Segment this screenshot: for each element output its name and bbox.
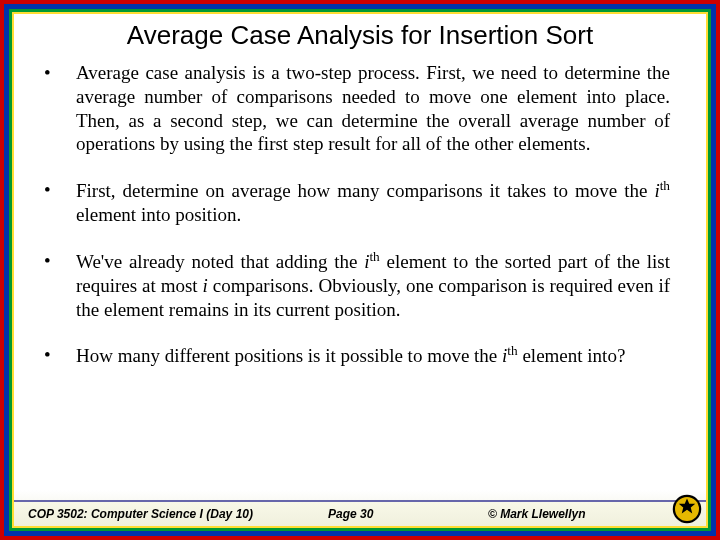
text-fragment: First, determine on average how many com…	[76, 180, 654, 201]
border-yellow: Average Case Analysis for Insertion Sort…	[12, 12, 708, 528]
bullet-item: • How many different positions is it pos…	[44, 343, 670, 368]
content-area: • Average case analysis is a two-step pr…	[14, 61, 706, 500]
text-fragment: element into?	[518, 346, 626, 367]
slide-title: Average Case Analysis for Insertion Sort	[14, 14, 706, 61]
bullet-text: Average case analysis is a two-step proc…	[76, 61, 670, 156]
bullet-item: • First, determine on average how many c…	[44, 178, 670, 227]
slide-body: Average Case Analysis for Insertion Sort…	[14, 14, 706, 526]
footer-course: COP 3502: Computer Science I (Day 10)	[28, 507, 328, 521]
bullet-marker: •	[44, 343, 56, 368]
superscript-th: th	[369, 249, 379, 264]
footer-page: Page 30	[328, 507, 468, 521]
bullet-marker: •	[44, 61, 56, 156]
footer-copyright: © Mark Llewellyn	[468, 507, 700, 521]
superscript-th: th	[660, 178, 670, 193]
bullet-text: We've already noted that adding the ith …	[76, 249, 670, 322]
bullet-marker: •	[44, 249, 56, 322]
border-red: Average Case Analysis for Insertion Sort…	[0, 0, 720, 540]
text-fragment: element into position.	[76, 204, 241, 225]
superscript-th: th	[507, 343, 517, 358]
footer-bar: COP 3502: Computer Science I (Day 10) Pa…	[14, 500, 706, 526]
bullet-item: • Average case analysis is a two-step pr…	[44, 61, 670, 156]
bullet-marker: •	[44, 178, 56, 227]
bullet-text: First, determine on average how many com…	[76, 178, 670, 227]
bullet-item: • We've already noted that adding the it…	[44, 249, 670, 322]
border-green: Average Case Analysis for Insertion Sort…	[9, 9, 711, 531]
text-fragment: How many different positions is it possi…	[76, 346, 502, 367]
text-fragment: We've already noted that adding the	[76, 251, 364, 272]
border-blue: Average Case Analysis for Insertion Sort…	[4, 4, 716, 536]
ucf-logo-icon	[672, 494, 702, 524]
bullet-text: How many different positions is it possi…	[76, 343, 625, 368]
